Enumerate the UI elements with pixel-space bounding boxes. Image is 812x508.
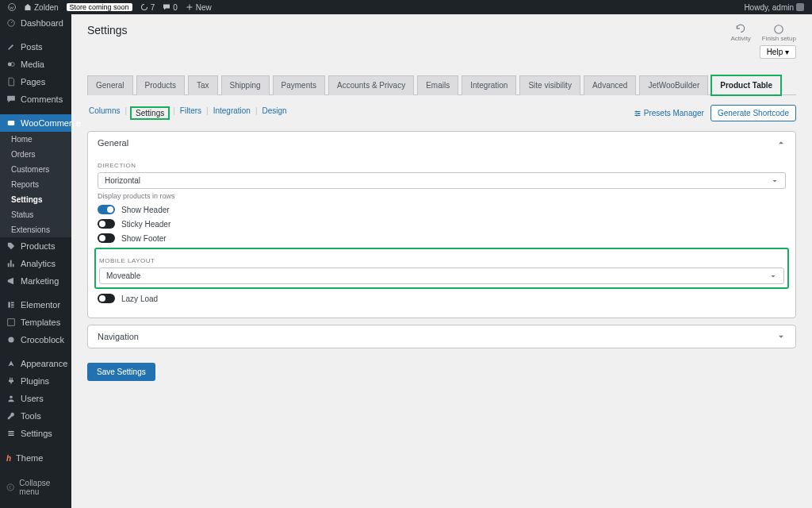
submenu-home[interactable]: Home [0, 132, 71, 147]
general-section: General DIRECTION Horizontal Display pro… [87, 131, 796, 318]
tab-emails[interactable]: Emails [417, 75, 458, 95]
presets-manager-button[interactable]: Presets Manager [634, 109, 704, 117]
menu-analytics[interactable]: Analytics [0, 255, 71, 272]
comments-indicator[interactable]: 0 [163, 3, 178, 12]
chevron-down-icon [776, 332, 786, 341]
tab-advanced[interactable]: Advanced [584, 75, 636, 95]
menu-marketing[interactable]: Marketing [0, 272, 71, 290]
menu-pages[interactable]: Pages [0, 73, 71, 90]
finish-setup-button[interactable]: Finish setup [762, 24, 796, 42]
show-header-label: Show Header [121, 206, 170, 214]
chevron-up-icon [776, 138, 786, 148]
submenu-customers[interactable]: Customers [0, 162, 71, 177]
tab-site-visibility[interactable]: Site visibility [519, 75, 580, 95]
store-status-badge: Store coming soon [67, 3, 132, 11]
svg-rect-9 [8, 319, 14, 325]
subtab-filters[interactable]: Filters [178, 106, 203, 120]
svg-rect-8 [11, 306, 14, 307]
subtab-settings[interactable]: Settings [130, 106, 170, 120]
tab-accounts[interactable]: Accounts & Privacy [328, 75, 414, 95]
direction-select[interactable]: Horizontal [98, 172, 786, 189]
chevron-down-icon [769, 272, 777, 280]
direction-caption: Display products in rows [98, 192, 786, 200]
save-settings-button[interactable]: Save Settings [87, 363, 155, 381]
svg-point-14 [635, 110, 637, 112]
tab-products[interactable]: Products [136, 75, 185, 95]
submenu-reports[interactable]: Reports [0, 177, 71, 192]
woocommerce-submenu: Home Orders Customers Reports Settings S… [0, 132, 71, 237]
tab-payments[interactable]: Payments [273, 75, 325, 95]
howdy-account[interactable]: Howdy, admin [744, 3, 804, 12]
subtab-design[interactable]: Design [261, 106, 289, 120]
direction-label: DIRECTION [98, 162, 786, 169]
menu-settings[interactable]: Settings [0, 425, 71, 442]
collapse-menu[interactable]: Collapse menu [0, 474, 71, 501]
lazy-load-toggle[interactable] [98, 294, 115, 303]
svg-point-15 [638, 113, 639, 114]
help-button[interactable]: Help ▾ [760, 45, 796, 59]
general-section-header[interactable]: General [88, 132, 795, 154]
generate-shortcode-button[interactable]: Generate Shortcode [710, 105, 796, 121]
menu-products[interactable]: Products [0, 237, 71, 255]
admin-sidebar: Dashboard Posts Media Pages Comments Woo… [0, 14, 71, 508]
activity-button[interactable]: Activity [731, 24, 751, 42]
tab-product-table[interactable]: Product Table [711, 75, 781, 95]
svg-rect-4 [8, 121, 14, 125]
admin-bar: Zolden Store coming soon 7 0 New Howdy, … [0, 0, 812, 14]
avatar [796, 3, 804, 11]
menu-tools[interactable]: Tools [0, 407, 71, 425]
menu-posts[interactable]: Posts [0, 38, 71, 56]
site-name[interactable]: Zolden [24, 3, 59, 12]
svg-point-10 [8, 337, 13, 342]
svg-point-16 [636, 114, 638, 116]
lazy-load-label: Lazy Load [121, 294, 158, 303]
svg-rect-5 [8, 302, 10, 307]
tab-tax[interactable]: Tax [188, 75, 218, 95]
mobile-layout-highlight: MOBILE LAYOUT Moveable [94, 248, 789, 289]
submenu-settings[interactable]: Settings [0, 192, 71, 207]
subtab-integration[interactable]: Integration [212, 106, 252, 120]
svg-point-0 [9, 4, 16, 11]
settings-tabs: General Products Tax Shipping Payments A… [87, 75, 796, 95]
submenu-extensions[interactable]: Extensions [0, 222, 71, 237]
svg-rect-6 [11, 302, 14, 303]
menu-elementor[interactable]: Elementor [0, 296, 71, 314]
tab-integration[interactable]: Integration [462, 75, 516, 95]
chevron-down-icon [771, 177, 779, 185]
show-header-toggle[interactable] [98, 205, 115, 214]
submenu-status[interactable]: Status [0, 207, 71, 222]
sticky-header-label: Sticky Header [121, 220, 170, 229]
navigation-section: Navigation [87, 325, 796, 348]
tab-jetwoobuilder[interactable]: JetWooBuilder [639, 75, 708, 95]
page-title: Settings [87, 24, 128, 37]
mobile-layout-select[interactable]: Moveable [99, 267, 784, 284]
menu-theme[interactable]: hTheme [0, 448, 71, 468]
svg-point-13 [775, 25, 783, 34]
menu-media[interactable]: Media [0, 56, 71, 73]
svg-point-12 [7, 484, 13, 491]
navigation-section-header[interactable]: Navigation [88, 325, 795, 348]
sub-tabs: Columns| Settings| Filters| Integration|… [87, 106, 289, 120]
subtab-columns[interactable]: Columns [87, 106, 121, 120]
submenu-orders[interactable]: Orders [0, 147, 71, 162]
tab-general[interactable]: General [87, 75, 133, 95]
tab-shipping[interactable]: Shipping [221, 75, 270, 95]
menu-appearance[interactable]: Appearance [0, 355, 71, 372]
wp-logo[interactable] [8, 3, 16, 11]
menu-dashboard[interactable]: Dashboard [0, 14, 71, 32]
show-footer-toggle[interactable] [98, 233, 115, 243]
show-footer-label: Show Footer [121, 234, 167, 243]
mobile-layout-label: MOBILE LAYOUT [99, 257, 784, 264]
sticky-header-toggle[interactable] [98, 219, 115, 229]
menu-plugins[interactable]: Plugins [0, 372, 71, 390]
main-content: Settings Activity Finish setup Help ▾ Ge… [71, 14, 812, 508]
svg-point-11 [10, 395, 13, 398]
menu-templates[interactable]: Templates [0, 314, 71, 331]
new-content[interactable]: New [186, 3, 212, 12]
menu-crocoblock[interactable]: Crocoblock [0, 331, 71, 348]
menu-users[interactable]: Users [0, 390, 71, 407]
svg-rect-7 [11, 304, 14, 306]
menu-comments[interactable]: Comments [0, 90, 71, 108]
updates-indicator[interactable]: 7 [140, 3, 155, 12]
menu-woocommerce[interactable]: WooCommerce [0, 114, 71, 132]
